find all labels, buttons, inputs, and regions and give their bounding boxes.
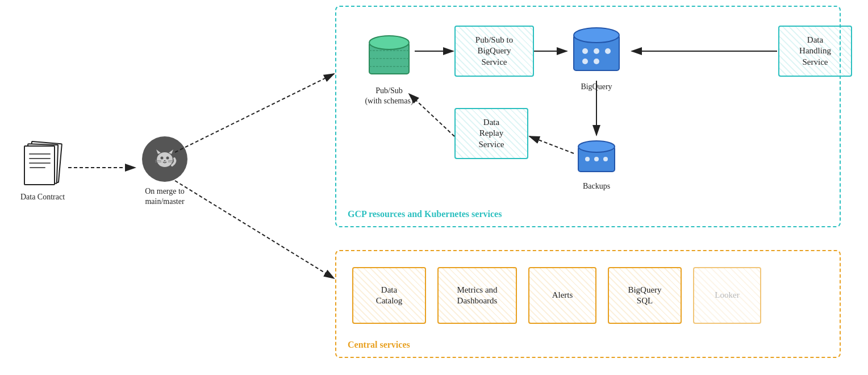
alerts-box: Alerts — [528, 267, 596, 324]
svg-point-24 — [585, 157, 590, 161]
metrics-dashboards-label: Metrics andDashboards — [454, 282, 499, 309]
data-catalog-label: DataCatalog — [374, 282, 405, 309]
github-to-central-arrow — [175, 181, 334, 278]
svg-point-26 — [603, 157, 608, 161]
data-contract: Data Contract — [17, 142, 68, 202]
data-replay-box: DataReplayService — [454, 108, 528, 159]
pubsub-to-bq-box: Pub/Sub toBigQueryService — [454, 26, 534, 77]
alerts-label: Alerts — [550, 288, 575, 303]
svg-point-17 — [582, 48, 588, 54]
svg-point-18 — [594, 48, 599, 54]
svg-point-19 — [605, 48, 611, 54]
svg-point-11 — [369, 36, 409, 49]
svg-point-20 — [582, 59, 588, 64]
diagram-container: Data Contract — [0, 0, 868, 375]
pubsub-label: Pub/Sub(with schemas) — [364, 86, 415, 106]
data-handling-label: DataHandlingService — [797, 32, 833, 70]
central-label: Central services — [348, 340, 410, 350]
svg-point-0 — [157, 152, 173, 167]
looker-box: Looker — [693, 267, 761, 324]
bigquery-cylinder-icon — [568, 23, 625, 80]
backups-component: Backups — [574, 136, 619, 191]
svg-point-23 — [578, 141, 615, 152]
gcp-label: GCP resources and Kubernetes services — [348, 209, 502, 219]
github-circle: On merge to main/master — [136, 136, 193, 193]
pubsub-cylinder-icon — [364, 31, 415, 82]
data-handling-box: DataHandlingService — [778, 26, 852, 77]
data-contract-label: Data Contract — [17, 192, 68, 202]
data-replay-label: DataReplayService — [477, 115, 507, 153]
svg-point-5 — [164, 160, 166, 161]
bigquery-component: BigQuery — [568, 23, 625, 92]
svg-marker-2 — [169, 149, 173, 154]
bigquery-label: BigQuery — [568, 82, 625, 92]
backups-cylinder-icon — [574, 136, 619, 179]
svg-marker-1 — [156, 149, 161, 154]
svg-point-4 — [166, 157, 169, 160]
github-to-gcp-arrow — [175, 74, 334, 152]
github-icon — [142, 136, 187, 182]
pages-icon — [23, 142, 62, 188]
svg-point-16 — [574, 28, 619, 43]
svg-point-21 — [594, 59, 599, 64]
pubsub-to-bq-label: Pub/Sub toBigQueryService — [473, 32, 515, 70]
github-label: On merge to main/master — [136, 186, 193, 207]
data-catalog-box: DataCatalog — [352, 267, 426, 324]
backups-label: Backups — [574, 181, 619, 191]
bigquery-sql-label: BigQuerySQL — [625, 282, 663, 309]
metrics-dashboards-box: Metrics andDashboards — [437, 267, 517, 324]
pubsub-component: Pub/Sub(with schemas) — [364, 31, 415, 106]
looker-label: Looker — [712, 288, 741, 303]
svg-point-25 — [594, 157, 599, 161]
bigquery-sql-box: BigQuerySQL — [608, 267, 682, 324]
svg-point-3 — [161, 157, 164, 160]
